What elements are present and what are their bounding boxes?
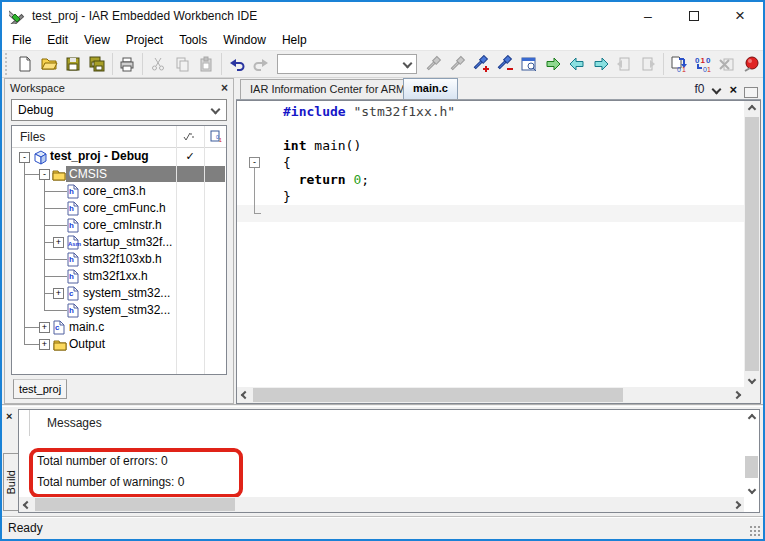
tab-main-c[interactable]: main.c [403,78,458,99]
expand-icon[interactable]: + [53,288,64,299]
new-file-button[interactable] [13,52,37,76]
scroll-right-button[interactable] [729,497,744,512]
menu-view[interactable]: View [76,30,118,50]
tree-item-cmsis[interactable]: - CMSIS [12,166,226,183]
tree-item-output[interactable]: + Output [12,336,226,353]
tree-item-stm32f103xb[interactable]: h stm32f103xb.h [12,251,226,268]
code-line: { [237,154,744,171]
navigate-back-button[interactable] [565,52,589,76]
save-all-button[interactable] [85,52,109,76]
menu-project[interactable]: Project [118,30,171,50]
tree-item-core-cminstr[interactable]: h core_cmInstr.h [12,217,226,234]
expand-icon[interactable]: + [39,322,50,333]
editor-panel: IAR Information Center for ARM main.c f0… [236,78,761,404]
ide-window: test_proj - IAR Embedded Workbench IDE –… [0,0,765,541]
code-area[interactable]: - #include "stm32f1xx.h" int main() { re… [237,101,744,387]
tree-item-core-cm3[interactable]: h core_cm3.h [12,183,226,200]
workspace-project-tab[interactable]: test_proj [13,379,67,399]
minimize-button[interactable]: – [625,2,671,30]
find-previous-button[interactable] [421,52,445,76]
debug-icon [742,55,760,73]
paste-button[interactable] [194,52,218,76]
files-header-label: Files [20,130,45,144]
download-and-debug-button[interactable] [739,52,763,76]
scroll-up-button[interactable] [744,410,759,425]
tree-item-system-h[interactable]: h system_stm32... [12,302,226,319]
close-button[interactable]: × [717,2,763,30]
scroll-left-button[interactable] [19,497,34,512]
scrollbar-thumb[interactable] [35,498,235,511]
menu-tools[interactable]: Tools [171,30,215,50]
menu-edit[interactable]: Edit [39,30,76,50]
editor-splitter-box[interactable] [744,87,758,98]
tree-item-project[interactable]: - test_proj - Debug ✓ [12,149,226,166]
target-config-dropdown[interactable]: Debug [11,99,227,121]
redo-icon [252,55,270,73]
open-file-button[interactable] [37,52,61,76]
scrollbar-thumb[interactable] [745,456,758,478]
cut-button[interactable] [146,52,170,76]
workspace-close-button[interactable]: × [221,81,228,95]
build-horizontal-scrollbar[interactable] [19,497,744,512]
cyan-arrow-right-icon [592,55,610,73]
scroll-right-button[interactable] [729,387,744,403]
fold-collapse-icon[interactable]: - [249,157,260,168]
undo-button[interactable] [225,52,249,76]
copy-button[interactable] [170,52,194,76]
stop-build-button[interactable] [715,52,739,76]
save-button[interactable] [61,52,85,76]
tree-item-stm32f1xx[interactable]: h stm32f1xx.h [12,268,226,285]
maximize-button[interactable] [671,2,717,30]
header-file-icon: h [67,201,79,216]
build-messages-list[interactable]: Messages Total number of errors: 0 Total… [19,410,744,497]
resize-grip[interactable] [749,525,760,536]
scroll-left-button[interactable] [237,387,252,403]
minimize-icon: – [644,8,652,24]
toolbar-grip[interactable] [5,53,10,75]
compile-button[interactable]: 01 [667,52,691,76]
editor-vertical-scrollbar[interactable] [744,101,760,387]
redo-button[interactable] [249,52,273,76]
build-tab[interactable]: Build [3,453,18,511]
find-add-button[interactable] [469,52,493,76]
tree-item-startup[interactable]: + Asm startup_stm32f... [12,234,226,251]
editor-horizontal-scrollbar[interactable] [237,387,744,403]
scrollbar-thumb[interactable] [745,117,759,371]
print-button[interactable] [115,52,139,76]
scroll-down-button[interactable] [744,482,759,497]
tab-list-chevron-icon[interactable] [712,84,722,94]
scroll-up-button[interactable] [744,101,760,116]
build-vertical-scrollbar[interactable] [744,410,759,497]
files-column-header[interactable]: Files 01 [12,126,226,148]
workspace-files-box: Files 01 - [11,125,227,375]
function-list-button[interactable]: f0 [694,82,704,96]
tree-item-core-cmfunc[interactable]: h core_cmFunc.h [12,200,226,217]
previous-file-button[interactable] [613,52,637,76]
expand-icon[interactable]: + [53,237,64,248]
file-forward-icon [639,55,657,73]
make-button[interactable]: 01001 [691,52,715,76]
find-combobox[interactable] [277,54,417,74]
next-file-button[interactable] [636,52,660,76]
messages-column-header[interactable]: Messages [47,416,102,430]
collapse-icon[interactable]: - [39,169,50,180]
menu-window[interactable]: Window [215,30,274,50]
navigate-forward-button[interactable] [589,52,613,76]
editor-close-button[interactable]: × [729,82,737,97]
collapse-icon[interactable]: - [19,152,30,163]
tree-item-system-c[interactable]: + c system_stm32... [12,285,226,302]
status-message: Ready [8,521,43,535]
find-input[interactable] [280,56,410,72]
menu-file[interactable]: File [4,30,39,50]
find-next-button[interactable] [445,52,469,76]
build-panel-close-button[interactable]: × [6,410,12,422]
find-remove-button[interactable] [493,52,517,76]
scroll-down-button[interactable] [744,372,760,387]
tab-info-center[interactable]: IAR Information Center for ARM [240,79,415,99]
scrollbar-thumb[interactable] [253,388,623,402]
expand-icon[interactable]: + [39,339,50,350]
find-dialog-button[interactable] [517,52,541,76]
menu-help[interactable]: Help [274,30,315,50]
goto-button[interactable] [541,52,565,76]
tree-item-main-c[interactable]: + c main.c [12,319,226,336]
